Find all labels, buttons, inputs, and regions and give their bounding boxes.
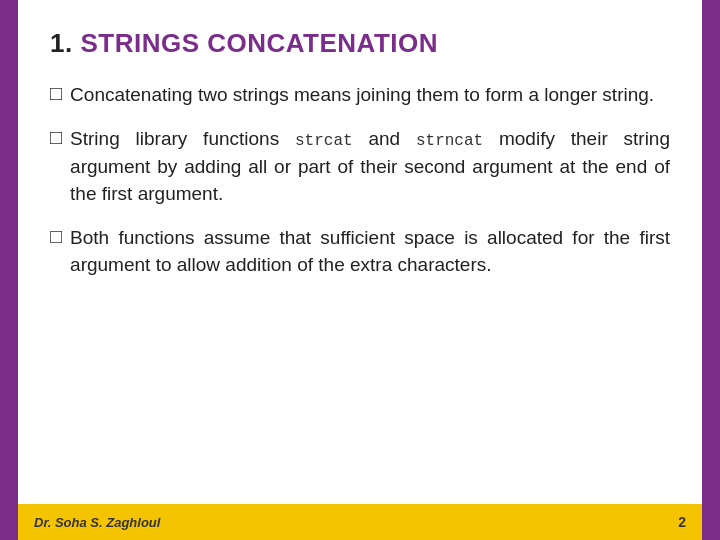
bullet-symbol-1: □ — [50, 82, 62, 105]
bullet-item-1: □ Concatenating two strings means joinin… — [50, 81, 670, 109]
code-strncat: strncat — [416, 132, 483, 150]
left-border — [0, 0, 18, 540]
slide-title: 1. STRINGS CONCATENATION — [50, 28, 670, 59]
title-number: 1. — [50, 28, 73, 58]
bullet-item-3: □ Both functions assume that sufficient … — [50, 224, 670, 279]
footer-bar: Dr. Soha S. Zaghloul 2 — [18, 504, 702, 540]
right-border — [702, 0, 720, 540]
title-text: STRINGS CONCATENATION — [80, 28, 438, 58]
bullet-text-2: String library functions strcat and strn… — [70, 125, 670, 208]
bullet-text-1: Concatenating two strings means joining … — [70, 81, 654, 109]
bullet-symbol-2: □ — [50, 126, 62, 149]
footer-page: 2 — [678, 514, 686, 530]
code-strcat: strcat — [295, 132, 353, 150]
bullet-symbol-3: □ — [50, 225, 62, 248]
footer-author: Dr. Soha S. Zaghloul — [34, 515, 160, 530]
bullet-item-2: □ String library functions strcat and st… — [50, 125, 670, 208]
bullet-text-3: Both functions assume that sufficient sp… — [70, 224, 670, 279]
main-content: 1. STRINGS CONCATENATION □ Concatenating… — [18, 0, 702, 540]
